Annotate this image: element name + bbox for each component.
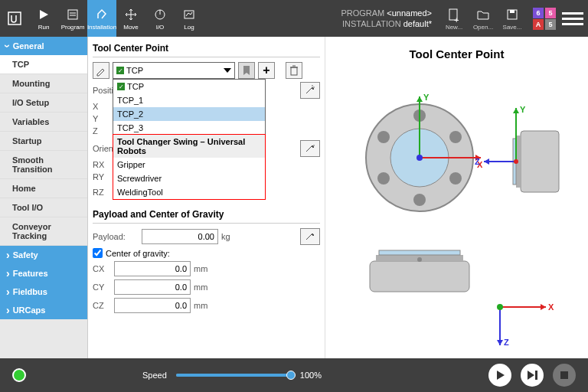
cx-label: CX: [93, 264, 111, 273]
tab-run[interactable]: Run: [29, 0, 58, 37]
dropdown-arrow-icon: [224, 68, 231, 73]
speed-value: 100%: [300, 371, 322, 380]
speed-slider[interactable]: [176, 374, 291, 377]
sidebar-item-conveyor[interactable]: Conveyor Tracking: [0, 217, 87, 246]
payload-wizard-button[interactable]: [300, 228, 320, 245]
sidebar-item-smooth[interactable]: Smooth Transition: [0, 151, 87, 179]
file-open[interactable]: Open...: [469, 0, 498, 37]
payload-label: Payload:: [93, 232, 139, 241]
svg-text:Z: Z: [504, 338, 509, 347]
cy-label: CY: [93, 283, 111, 292]
sidebar: General TCP Mounting I/O Setup Variables…: [0, 37, 88, 358]
ry-label: RY: [93, 172, 111, 181]
robot-status-indicator[interactable]: [12, 368, 26, 382]
tab-io[interactable]: I/O: [145, 0, 175, 37]
hamburger-menu[interactable]: [562, 8, 583, 29]
sidebar-item-startup[interactable]: Startup: [0, 132, 87, 151]
dd-item-gripper[interactable]: Gripper: [113, 158, 265, 172]
svg-rect-12: [291, 67, 297, 75]
svg-rect-2: [68, 10, 77, 19]
sidebar-item-home[interactable]: Home: [0, 179, 87, 198]
svg-point-32: [416, 155, 423, 161]
svg-text:X: X: [548, 302, 554, 312]
svg-marker-40: [513, 108, 519, 113]
stop-button[interactable]: [553, 364, 576, 387]
top-toolbar: Run Program Installation Move I/O Log PR…: [0, 0, 588, 37]
position-wizard-button[interactable]: [300, 82, 320, 99]
file-save[interactable]: Save...: [498, 0, 527, 37]
sidebar-section-features[interactable]: Features: [0, 264, 87, 283]
flange-front-view: [362, 246, 477, 299]
sidebar-item-mounting[interactable]: Mounting: [0, 74, 87, 93]
chevron-down-icon: [6, 41, 10, 51]
dd-item-screwdriver[interactable]: Screwdriver: [113, 172, 265, 185]
cog-label: Center of gravity:: [106, 249, 170, 258]
svg-rect-43: [370, 261, 469, 292]
bookmark-button[interactable]: [238, 62, 255, 79]
chevron-right-icon: [6, 268, 10, 279]
svg-text:Z: Z: [475, 157, 480, 166]
payload-title: Payload and Center of Gravity: [93, 206, 320, 224]
sidebar-item-tool-io[interactable]: Tool I/O: [0, 198, 87, 217]
svg-point-21: [413, 194, 426, 206]
svg-point-46: [417, 257, 422, 262]
sidebar-section-urcaps[interactable]: URCaps: [0, 301, 87, 319]
chevron-right-icon: [6, 250, 10, 260]
program-status: PROGRAM <unnamed> INSTALLATION default*: [341, 8, 432, 30]
step-button[interactable]: [521, 364, 544, 387]
svg-point-25: [449, 172, 462, 185]
svg-rect-45: [379, 250, 460, 255]
tab-move[interactable]: Move: [116, 0, 145, 37]
cz-label: CZ: [93, 301, 111, 310]
tab-log[interactable]: Log: [175, 0, 204, 37]
sidebar-section-general[interactable]: General: [0, 37, 87, 55]
svg-point-17: [313, 145, 315, 146]
sidebar-section-fieldbus[interactable]: Fieldbus: [0, 283, 87, 301]
play-button[interactable]: [488, 364, 511, 387]
orientation-wizard-button[interactable]: [300, 140, 320, 157]
sidebar-section-safety[interactable]: Safety: [0, 246, 87, 264]
rename-button[interactable]: [93, 62, 109, 79]
payload-input[interactable]: [142, 229, 218, 244]
y-label: Y: [93, 114, 111, 123]
visualization-panel: Tool Center Point X Y Z Y: [325, 37, 588, 358]
dd-item-tcp2[interactable]: TCP_2: [113, 107, 265, 121]
svg-point-24: [377, 172, 390, 185]
dd-item-welding[interactable]: WeldingTool: [113, 185, 265, 199]
file-new[interactable]: +New...: [439, 0, 469, 37]
svg-marker-1: [40, 10, 48, 19]
sidebar-item-variables[interactable]: Variables: [0, 113, 87, 132]
panel-title: Tool Center Point: [93, 40, 320, 57]
dd-item-tcp[interactable]: ✓TCP: [113, 80, 265, 93]
svg-text:Y: Y: [520, 105, 526, 114]
sidebar-item-tcp[interactable]: TCP: [0, 55, 87, 74]
svg-text:Y: Y: [423, 93, 430, 102]
cy-input[interactable]: [114, 279, 191, 295]
svg-point-16: [312, 85, 313, 87]
logo-ur: [0, 0, 29, 37]
tab-installation[interactable]: Installation: [87, 0, 116, 37]
dd-item-tcp1[interactable]: TCP_1: [113, 93, 265, 107]
svg-marker-37: [484, 158, 489, 165]
axes-bottom: X Z: [485, 292, 561, 353]
delete-button[interactable]: [286, 62, 302, 79]
add-button[interactable]: +: [258, 62, 275, 79]
tab-program[interactable]: Program: [58, 0, 87, 37]
tcp-select[interactable]: ✓TCP: [113, 62, 235, 79]
svg-point-42: [514, 159, 518, 164]
tcp-dropdown: ✓TCP TCP_1 TCP_2 TCP_3 Tool Changer Swin…: [113, 79, 266, 200]
chevron-right-icon: [6, 286, 10, 297]
speed-label: Speed: [142, 371, 167, 380]
cz-input[interactable]: [114, 298, 191, 313]
tool-3d-view[interactable]: X Y Z Y: [332, 70, 582, 330]
svg-point-23: [449, 131, 462, 143]
bottom-bar: Speed 100%: [0, 358, 588, 392]
dd-item-tcp3[interactable]: TCP_3: [113, 121, 265, 135]
chevron-right-icon: [6, 305, 10, 315]
cx-input[interactable]: [114, 261, 191, 276]
sidebar-item-io-setup[interactable]: I/O Setup: [0, 93, 87, 113]
status-badges: 6 A 5 5: [533, 8, 556, 30]
svg-rect-33: [521, 131, 559, 192]
cog-checkbox[interactable]: [93, 248, 103, 258]
svg-point-15: [313, 87, 315, 88]
